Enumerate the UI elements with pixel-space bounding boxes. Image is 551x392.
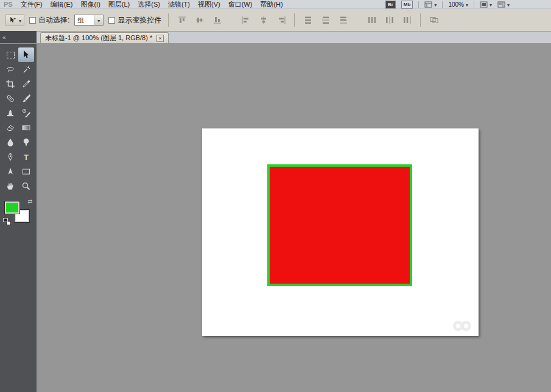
workspace-button[interactable] [497,1,510,8]
path-selection-tool[interactable] [2,164,18,179]
workspace-icon [497,1,505,8]
foreground-color-swatch[interactable] [5,201,19,214]
hand-tool[interactable] [2,179,18,194]
eyedropper-tool[interactable] [18,77,34,91]
distribute-top-edges-button[interactable] [301,15,314,26]
menu-item-layer[interactable]: 图层(L) [108,0,130,9]
distribute-bottom-edges-button[interactable] [337,15,349,26]
app-logo: PS [4,1,13,8]
menubar-right-controls: Br Mb 100% [385,1,510,9]
dropdown-caret-icon [94,15,103,25]
default-colors-icon[interactable] [3,218,11,225]
menu-item-file[interactable]: 文件(F) [21,0,43,9]
move-tool[interactable] [18,47,34,62]
brush-tool[interactable] [18,91,34,106]
align-horizontal-centers-button[interactable] [257,15,270,26]
distribute-vertical-centers-button[interactable] [319,15,332,26]
separator [442,1,443,8]
distribute-horizontal-centers-button[interactable] [383,15,396,26]
align-bottom-edges-button[interactable] [211,15,223,26]
menu-item-filter[interactable]: 滤镜(T) [168,0,190,9]
rectangular-marquee-icon [7,52,15,58]
pen-tool[interactable] [2,150,18,164]
hand-icon [5,181,15,191]
dropdown-caret-icon [434,1,437,8]
auto-align-layers-button[interactable] [427,15,440,26]
red-rectangle-shape[interactable] [267,164,412,286]
zoom-tool[interactable] [18,179,34,194]
move-icon [21,50,31,60]
bridge-button[interactable]: Br [385,1,396,9]
show-transform-label: 显示变换控件 [118,15,161,26]
pen-icon [5,152,15,162]
separator [168,13,169,27]
align-right-edges-button[interactable] [275,15,287,26]
auto-select-dropdown[interactable]: 组 [74,15,104,26]
brush-icon [21,94,31,103]
rectangle-tool[interactable] [18,164,34,179]
zoom-level-value: 100% [448,1,464,8]
document-tab-bar: 未标题-1 @ 100% (图层 1, RGB/8) * × [0,32,551,44]
show-transform-checkbox[interactable] [108,17,115,24]
type-tool[interactable]: T [18,150,34,164]
show-transform-option: 显示变换控件 [108,15,161,26]
align-left-edges-button[interactable] [239,15,252,26]
auto-select-label: 自动选择: [38,15,69,26]
separator [474,1,474,8]
mb-button[interactable]: Mb [401,1,413,9]
crop-tool[interactable] [2,77,18,91]
dodge-tool[interactable] [18,135,34,150]
healing-brush-tool[interactable] [2,91,18,106]
magic-wand-tool[interactable] [18,62,34,77]
distribute-left-edges-button[interactable] [365,15,378,26]
tool-preset-button[interactable] [5,14,24,26]
extras-button[interactable] [424,1,437,8]
zoom-level-button[interactable]: 100% [448,1,468,8]
collapse-panels-button[interactable] [0,31,37,43]
align-vertical-centers-button[interactable] [193,15,206,26]
rectangle-icon [21,167,31,177]
move-tool-icon [9,16,16,24]
auto-select-value: 组 [77,16,84,25]
document-tab-title: 未标题-1 @ 100% (图层 1, RGB/8) * [45,33,152,43]
dropdown-caret-icon [490,1,492,8]
document-tab[interactable]: 未标题-1 @ 100% (图层 1, RGB/8) * × [40,32,169,43]
menu-item-image[interactable]: 图像(I) [80,0,100,9]
auto-select-option: 自动选择: [29,15,69,26]
separator [418,1,419,8]
swap-colors-icon[interactable]: ⇄ [27,198,32,205]
distribute-right-edges-button[interactable] [401,15,413,26]
magic-wand-icon [21,65,31,74]
menu-bar: PS 文件(F) 编辑(E) 图像(I) 图层(L) 选择(S) 滤镜(T) 视… [0,0,551,9]
history-brush-tool[interactable] [18,106,34,121]
canvas-area[interactable] [37,44,551,392]
clone-stamp-tool[interactable] [2,106,18,121]
menu-item-edit[interactable]: 编辑(E) [51,0,73,9]
blur-tool[interactable] [2,135,18,150]
screen-mode-button[interactable] [480,1,492,8]
clone-stamp-icon [5,108,15,118]
zoom-icon [21,181,31,191]
type-icon: T [21,152,31,162]
eyedropper-icon [21,79,31,89]
gradient-icon [21,123,31,133]
menu-item-select[interactable]: 选择(S) [138,0,160,9]
document-canvas[interactable] [202,128,479,336]
auto-select-checkbox[interactable] [29,17,36,24]
photoshop-window: PS 文件(F) 编辑(E) 图像(I) 图层(L) 选择(S) 滤镜(T) 视… [0,0,551,392]
gradient-tool[interactable] [18,121,34,135]
lasso-icon [5,65,15,74]
lasso-tool[interactable] [2,62,18,77]
align-top-edges-button[interactable] [175,15,188,26]
dropdown-caret-icon [466,1,468,8]
menu-item-view[interactable]: 视图(V) [198,0,220,9]
menu-item-window[interactable]: 窗口(W) [228,0,253,9]
extras-icon [424,1,432,8]
svg-text:T: T [24,153,29,162]
color-swatches: ⇄ [2,199,34,229]
menu-item-help[interactable]: 帮助(H) [260,0,283,9]
options-bar: 自动选择: 组 显示变换控件 [0,9,551,32]
eraser-tool[interactable] [2,121,18,135]
tab-close-button[interactable]: × [156,35,164,42]
rectangular-marquee-tool[interactable] [2,47,18,62]
